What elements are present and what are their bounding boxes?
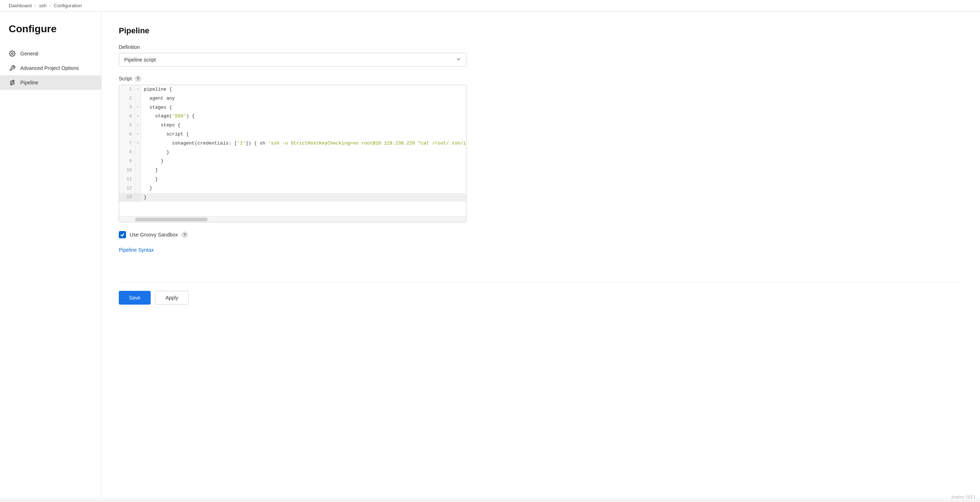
table-row: 2 agent any: [119, 94, 466, 103]
main-content: Pipeline Definition Pipeline script Scri…: [102, 11, 980, 499]
sidebar-item-label-general: General: [20, 51, 38, 56]
code-lines: 1 ▾ pipeline { 2 agent any 3 ▾ st: [119, 85, 466, 216]
table-row: 10 }: [119, 166, 466, 175]
groovy-sandbox-label: Use Groovy Sandbox: [130, 232, 178, 237]
script-section: Script ? 1 ▾ pipeline { 2 agent any: [119, 75, 963, 222]
sidebar-title: Configure: [0, 23, 101, 46]
table-row: 7 ▾ sshagent(credentials: ['1']) { sh 's…: [119, 139, 466, 148]
sidebar-item-label-pipeline: Pipeline: [20, 80, 38, 86]
sidebar: Configure General Advanced Project Optio…: [0, 11, 102, 499]
table-row: 5 ▾ steps {: [119, 121, 466, 130]
definition-select[interactable]: Pipeline script: [119, 53, 466, 67]
table-row: 13 }: [119, 193, 466, 202]
sidebar-item-advanced[interactable]: Advanced Project Options: [0, 61, 101, 75]
table-row: 3 ▾ stages {: [119, 103, 466, 112]
pipeline-icon: [9, 79, 16, 86]
scrollbar-thumb: [135, 218, 207, 221]
editor-scrollbar[interactable]: [119, 216, 466, 222]
breadcrumb: Dashboard › ssh › Configuration: [0, 0, 980, 11]
footer-text: Jenkins ©EF1: [951, 495, 976, 499]
groovy-help-icon[interactable]: ?: [181, 231, 188, 238]
gear-icon: [9, 50, 16, 57]
sidebar-item-pipeline[interactable]: Pipeline: [0, 75, 101, 90]
save-button[interactable]: Save: [119, 291, 151, 304]
groovy-sandbox-row: Use Groovy Sandbox ?: [119, 231, 963, 238]
sidebar-item-label-advanced: Advanced Project Options: [20, 65, 79, 71]
table-row: 9 }: [119, 157, 466, 166]
pipeline-section-title: Pipeline: [119, 26, 963, 35]
table-row: 11 }: [119, 175, 466, 184]
script-header: Script ?: [119, 75, 963, 82]
table-row: 6 ▾ script {: [119, 130, 466, 139]
wrench-icon: [9, 64, 16, 72]
table-row: 4 ▾ stage('SSH') {: [119, 112, 466, 121]
table-row: 12 }: [119, 184, 466, 193]
svg-point-1: [11, 83, 12, 85]
pipeline-syntax-link[interactable]: Pipeline Syntax: [119, 247, 154, 253]
svg-point-0: [11, 53, 13, 55]
definition-select-wrapper: Pipeline script: [119, 53, 466, 67]
table-row: 1 ▾ pipeline {: [119, 85, 466, 94]
editor-empty-area: [119, 202, 466, 209]
breadcrumb-ssh[interactable]: ssh: [39, 3, 46, 8]
script-help-icon[interactable]: ?: [135, 75, 141, 82]
sidebar-item-general[interactable]: General: [0, 46, 101, 61]
definition-label: Definition: [119, 44, 963, 50]
editor-empty-area-2: [119, 209, 466, 216]
code-editor[interactable]: 1 ▾ pipeline { 2 agent any 3 ▾ st: [119, 85, 466, 222]
groovy-sandbox-checkbox[interactable]: [119, 231, 126, 238]
table-row: 8 }: [119, 148, 466, 157]
action-bar: Save Apply: [119, 282, 963, 304]
breadcrumb-configuration: Configuration: [54, 3, 82, 8]
script-label: Script: [119, 76, 132, 81]
breadcrumb-dashboard[interactable]: Dashboard: [9, 3, 32, 8]
apply-button[interactable]: Apply: [155, 291, 189, 304]
